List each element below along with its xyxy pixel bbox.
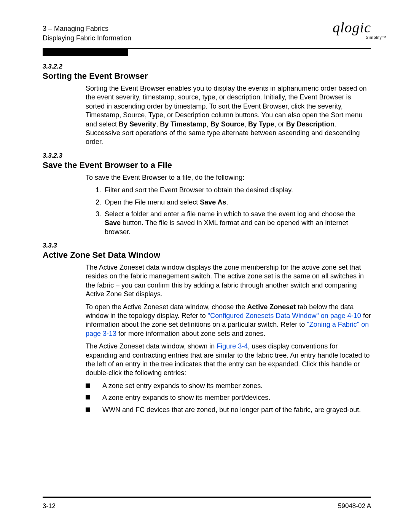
black-bar xyxy=(43,49,128,56)
para-active-zone-1: The Active Zoneset data window displays … xyxy=(86,263,371,299)
link-configured-zonesets[interactable]: "Configured Zonesets Data Window" on pag… xyxy=(208,312,361,320)
logo: qlogic Simplify™ xyxy=(333,19,371,43)
chapter-subtitle: Displaying Fabric Information xyxy=(43,34,131,43)
page-footer: 3-12 59048-02 A xyxy=(43,502,371,510)
heading-sorting-event-browser: Sorting the Event Browser xyxy=(43,71,371,81)
heading-save-event-browser-file: Save the Event Browser to a File xyxy=(43,160,371,170)
heading-active-zone-set: Active Zone Set Data Window xyxy=(43,250,371,260)
link-figure-3-4[interactable]: Figure 3-4 xyxy=(217,342,248,350)
bullet-zone-set: A zone set entry expands to show its mem… xyxy=(86,382,371,390)
para-active-zone-3: The Active Zoneset data window, shown in… xyxy=(86,342,371,378)
bullet-zone-entry: A zone entry expands to show its member … xyxy=(86,393,371,402)
doc-id: 59048-02 A xyxy=(338,502,371,510)
logo-subtext: Simplify™ xyxy=(366,35,386,40)
page-number: 3-12 xyxy=(43,502,56,510)
para-sorting: Sorting the Event Browser enables you to… xyxy=(86,84,371,147)
page-header: 3 – Managing Fabrics Displaying Fabric I… xyxy=(43,19,371,46)
section-number-333: 3.3.3 xyxy=(43,242,371,249)
logo-main: qlogic xyxy=(333,19,371,35)
para-active-zone-2: To open the Active Zoneset data window, … xyxy=(86,303,371,339)
chapter-line: 3 – Managing Fabrics xyxy=(43,24,131,33)
bullet-wwn-fc: WWN and FC devices that are zoned, but n… xyxy=(86,406,371,414)
section-number-3323: 3.3.2.3 xyxy=(43,152,371,160)
active-zone-bullets: A zone set entry expands to show its mem… xyxy=(86,382,371,414)
step-3: Select a folder and enter a file name in… xyxy=(103,210,371,236)
footer-rule xyxy=(43,497,371,498)
section-number-3322: 3.3.2.2 xyxy=(43,63,371,70)
step-2: Open the File menu and select Save As. xyxy=(103,198,371,207)
para-save-intro: To save the Event Browser to a file, do … xyxy=(86,173,371,182)
save-steps-list: Filter and sort the Event Browser to obt… xyxy=(86,186,371,236)
step-1: Filter and sort the Event Browser to obt… xyxy=(103,186,371,195)
